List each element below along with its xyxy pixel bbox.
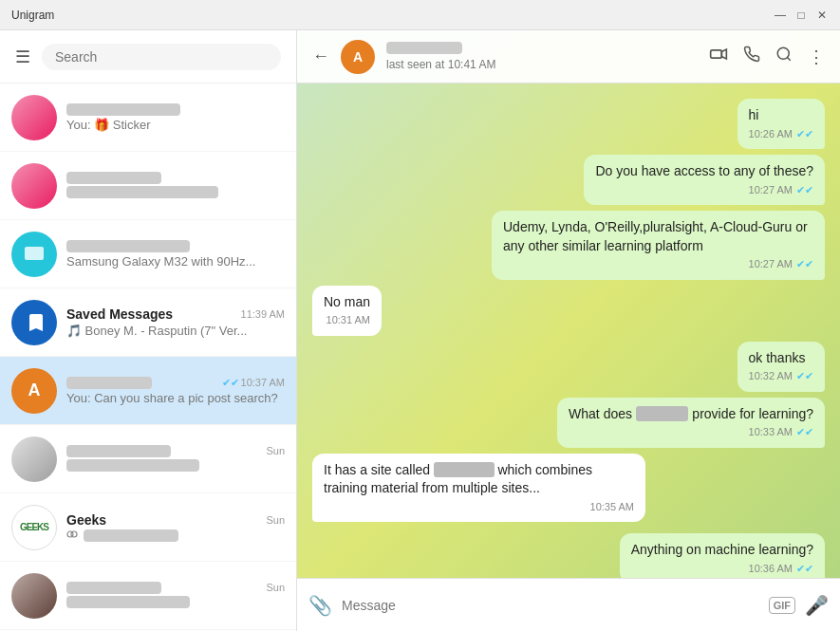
maximize-button[interactable]: □ — [794, 9, 808, 22]
read-receipt: ✔✔ — [796, 183, 813, 197]
message-meta: 10:26 AM ✔✔ — [749, 127, 813, 141]
read-receipt: ✔✔ — [796, 425, 813, 439]
message-text: hi — [749, 106, 813, 125]
back-button[interactable]: ← — [312, 46, 329, 66]
list-item[interactable]: You: 🎁 Sticker — [0, 84, 296, 152]
message-text: Do you have access to any of these? — [595, 162, 813, 181]
chat-info: Samsung Galaxy M32 with 90Hz... — [66, 240, 285, 269]
svg-point-4 — [777, 47, 789, 59]
close-button[interactable]: ✕ — [815, 9, 829, 22]
read-receipt: ✔✔ — [796, 369, 813, 383]
chat-name — [66, 582, 161, 594]
chat-status: last seen at 10:41 AM — [386, 58, 698, 71]
chat-header: ← A last seen at 10:41 AM ⋮ — [297, 30, 840, 84]
chat-info: Sun — [66, 582, 285, 610]
chat-name — [66, 103, 180, 116]
search-input[interactable] — [42, 44, 281, 70]
message-bubble: Udemy, Lynda, O'Reilly,pluralsight, A-Cl… — [492, 211, 825, 280]
chat-time: 11:39 AM — [241, 308, 285, 320]
message-time: 10:26 AM — [749, 127, 793, 141]
message-meta: 10:32 AM ✔✔ — [749, 369, 813, 383]
message-time: 10:33 AM — [749, 425, 793, 439]
chat-avatar: A — [341, 40, 375, 74]
message-input-area: 📎 GIF 🎤 — [297, 578, 840, 631]
message-text: What does provide for learning? — [569, 405, 813, 424]
avatar — [11, 300, 57, 345]
list-item[interactable]: Saved Messages 11:39 AM 🎵 Boney M. - Ras… — [0, 288, 296, 357]
menu-icon[interactable]: ☰ — [15, 46, 30, 67]
chat-time: Sun — [266, 514, 285, 526]
message-meta: 10:35 AM — [324, 500, 634, 514]
message-time: 10:36 AM — [749, 562, 793, 576]
chat-time: Sun — [266, 582, 285, 593]
sidebar-header: ☰ — [0, 30, 296, 84]
message-meta: 10:31 AM — [324, 313, 370, 327]
message-bubble: What does provide for learning? 10:33 AM… — [557, 398, 825, 448]
chat-header-info: last seen at 10:41 AM — [386, 42, 698, 71]
avatar — [11, 232, 57, 277]
message-time: 10:35 AM — [590, 500, 634, 514]
read-receipt: ✔✔ — [796, 127, 813, 141]
chat-name — [66, 172, 161, 184]
avatar — [11, 163, 57, 209]
chat-info: Geeks Sun — [66, 512, 285, 542]
phone-icon[interactable] — [743, 46, 760, 67]
message-bubble: Do you have access to any of these? 10:2… — [584, 155, 825, 205]
svg-point-2 — [71, 531, 77, 537]
search-icon[interactable] — [775, 46, 793, 67]
read-receipt: ✔✔ — [796, 562, 813, 576]
gif-button[interactable]: GIF — [769, 597, 795, 614]
chat-name — [66, 377, 152, 389]
read-receipt: ✔✔ — [796, 257, 813, 271]
list-item[interactable]: Sun — [0, 425, 296, 493]
message-text: ok thanks — [749, 349, 813, 368]
app-body: ☰ You: 🎁 Sticker — [0, 30, 840, 631]
chat-preview — [66, 596, 285, 610]
message-bubble: No man 10:31 AM — [312, 286, 382, 336]
avatar — [11, 95, 57, 140]
app-title: Unigram — [11, 9, 54, 22]
attach-icon[interactable]: 📎 — [308, 594, 332, 617]
message-time: 10:27 AM — [749, 257, 793, 271]
message-text: Anything on machine learning? — [631, 541, 813, 560]
video-call-icon[interactable] — [709, 45, 728, 68]
svg-rect-3 — [711, 50, 722, 58]
message-input[interactable] — [342, 598, 759, 613]
microphone-icon[interactable]: 🎤 — [805, 594, 829, 617]
chat-time: Sun — [266, 445, 285, 456]
chat-preview — [66, 529, 285, 542]
chat-preview — [66, 186, 285, 200]
message-meta: 10:27 AM ✔✔ — [595, 183, 813, 197]
message-bubble: hi 10:26 AM ✔✔ — [737, 99, 825, 149]
header-actions: ⋮ — [709, 45, 825, 68]
message-text: It has a site called which combines trai… — [324, 461, 634, 498]
message-meta: 10:36 AM ✔✔ — [631, 562, 813, 576]
list-item[interactable]: Sun — [0, 562, 296, 630]
avatar — [11, 573, 57, 619]
more-options-icon[interactable]: ⋮ — [808, 46, 825, 67]
message-meta: 10:27 AM ✔✔ — [503, 257, 813, 271]
message-text: No man — [324, 293, 370, 312]
list-item[interactable]: GEEKS Geeks Sun — [0, 493, 296, 562]
messages-area: hi 10:26 AM ✔✔ Do you have access to any… — [297, 84, 840, 578]
message-bubble: It has a site called which combines trai… — [312, 454, 645, 523]
avatar: A — [11, 368, 57, 414]
chat-info: ✔✔10:37 AM You: Can you share a pic post… — [66, 377, 285, 405]
chat-contact-name — [386, 42, 698, 58]
chat-preview: You: Can you share a pic post search? — [66, 391, 285, 405]
chat-area: ← A last seen at 10:41 AM ⋮ — [297, 30, 840, 631]
chat-preview — [66, 459, 285, 473]
minimize-button[interactable]: — — [774, 9, 787, 22]
titlebar: Unigram — □ ✕ — [0, 0, 840, 30]
chat-info: Sun — [66, 445, 285, 473]
chat-info — [66, 172, 285, 200]
chat-list: You: 🎁 Sticker — [0, 84, 296, 631]
list-item[interactable]: A ✔✔10:37 AM You: Can you share a pic po… — [0, 357, 296, 425]
list-item[interactable] — [0, 152, 296, 220]
chat-name: Geeks — [66, 512, 106, 528]
list-item[interactable]: Samsung Galaxy M32 with 90Hz... — [0, 220, 296, 288]
message-time: 10:27 AM — [749, 183, 793, 197]
chat-name — [66, 240, 190, 252]
chat-preview: Samsung Galaxy M32 with 90Hz... — [66, 254, 285, 269]
avatar — [11, 436, 57, 482]
